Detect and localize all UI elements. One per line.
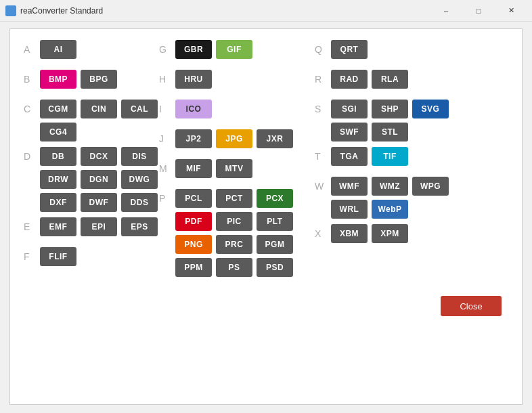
- format-btn-tif[interactable]: TIF: [372, 147, 408, 166]
- window-close-button[interactable]: ✕: [495, 0, 527, 22]
- formats-F: FLIF: [40, 247, 76, 266]
- format-btn-dis[interactable]: DIS: [121, 147, 158, 166]
- format-btn-pgm[interactable]: PGM: [257, 235, 293, 254]
- format-btn-prc[interactable]: PRC: [216, 235, 252, 254]
- format-btn-tga[interactable]: TGA: [331, 147, 368, 166]
- format-btn-mtv[interactable]: MTV: [216, 159, 252, 178]
- section-F: FFLIF: [24, 247, 159, 271]
- minimize-button[interactable]: –: [430, 0, 462, 22]
- formats-J: JP2JPGJXR: [175, 129, 293, 148]
- letter-B: B: [24, 70, 40, 85]
- format-btn-rla[interactable]: RLA: [372, 70, 408, 89]
- format-btn-psd[interactable]: PSD: [257, 258, 293, 277]
- format-btn-pcx[interactable]: PCX: [257, 189, 293, 208]
- letter-Q: Q: [315, 40, 331, 55]
- format-btn-drw[interactable]: DRW: [40, 170, 76, 189]
- format-btn-dds[interactable]: DDS: [121, 193, 158, 212]
- format-btn-shp[interactable]: SHP: [372, 100, 408, 118]
- format-btn-stl[interactable]: STL: [372, 123, 408, 142]
- format-btn-eps[interactable]: EPS: [121, 217, 158, 236]
- format-btn-wmz[interactable]: WMZ: [372, 177, 408, 196]
- section-G: GGBRGIF: [159, 40, 315, 64]
- section-X: XXBMXPM: [315, 224, 457, 248]
- format-btn-emf[interactable]: EMF: [40, 217, 76, 236]
- format-btn-cgm[interactable]: CGM: [40, 100, 76, 118]
- format-btn-pcl[interactable]: PCL: [175, 189, 212, 208]
- section-R: RRADRLA: [315, 70, 457, 94]
- title-bar: reaConverter Standard – □ ✕: [0, 0, 532, 22]
- format-btn-qrt[interactable]: QRT: [331, 40, 368, 59]
- format-btn-wpg[interactable]: WPG: [412, 177, 449, 196]
- format-btn-dwg[interactable]: DWG: [121, 170, 158, 189]
- format-btn-plt[interactable]: PLT: [257, 212, 293, 231]
- letter-D: D: [24, 147, 40, 162]
- formats-P: PCLPCTPCXPDFPICPLTPNGPRCPGMPPMPSPSD: [175, 189, 315, 277]
- format-btn-svg[interactable]: SVG: [412, 100, 449, 118]
- format-btn-bmp[interactable]: BMP: [40, 70, 76, 89]
- format-btn-webp[interactable]: WebP: [372, 200, 408, 219]
- window-controls: – □ ✕: [430, 0, 527, 22]
- format-btn-dwf[interactable]: DWF: [81, 193, 117, 212]
- format-btn-ps[interactable]: PS: [216, 258, 252, 277]
- formats-E: EMFEPIEPS: [40, 217, 158, 236]
- format-btn-dcx[interactable]: DCX: [81, 147, 117, 166]
- letter-R: R: [315, 70, 331, 85]
- format-btn-bpg[interactable]: BPG: [81, 70, 117, 89]
- format-btn-ppm[interactable]: PPM: [175, 258, 212, 277]
- format-btn-png[interactable]: PNG: [175, 235, 212, 254]
- formats-S: SGISHPSVGSWFSTL: [331, 100, 457, 142]
- format-btn-rad[interactable]: RAD: [331, 70, 368, 89]
- letter-F: F: [24, 247, 40, 262]
- section-A: AAI: [24, 40, 159, 64]
- format-btn-sgi[interactable]: SGI: [331, 100, 368, 118]
- format-grid: AAIBBMPBPGCCGMCINCALCG4DDBDCXDISDRWDGNDW…: [24, 40, 508, 282]
- format-btn-dgn[interactable]: DGN: [81, 170, 117, 189]
- format-btn-xpm[interactable]: XPM: [372, 224, 408, 243]
- format-btn-cg4[interactable]: CG4: [40, 123, 76, 142]
- letter-C: C: [24, 100, 40, 114]
- format-btn-flif[interactable]: FLIF: [40, 247, 76, 266]
- format-btn-swf[interactable]: SWF: [331, 123, 368, 142]
- formats-M: MIFMTV: [175, 159, 252, 178]
- maximize-button[interactable]: □: [463, 0, 494, 22]
- column-1: AAIBBMPBPGCCGMCINCALCG4DDBDCXDISDRWDGNDW…: [24, 40, 159, 282]
- formats-I: ICO: [175, 100, 212, 118]
- format-btn-cin[interactable]: CIN: [81, 100, 117, 118]
- format-btn-jxr[interactable]: JXR: [257, 129, 293, 148]
- format-btn-mif[interactable]: MIF: [175, 159, 212, 178]
- format-btn-dxf[interactable]: DXF: [40, 193, 76, 212]
- format-btn-epi[interactable]: EPI: [81, 217, 117, 236]
- formats-X: XBMXPM: [331, 224, 408, 243]
- close-button[interactable]: Close: [441, 296, 502, 316]
- format-btn-wmf[interactable]: WMF: [331, 177, 368, 196]
- section-I: IICO: [159, 100, 315, 124]
- letter-E: E: [24, 217, 40, 232]
- format-btn-pic[interactable]: PIC: [216, 212, 252, 231]
- letter-T: T: [315, 147, 331, 162]
- format-btn-hru[interactable]: HRU: [175, 70, 212, 89]
- format-btn-cal[interactable]: CAL: [121, 100, 158, 118]
- format-btn-gif[interactable]: GIF: [216, 40, 252, 59]
- format-btn-jpg[interactable]: JPG: [216, 129, 252, 148]
- format-btn-db[interactable]: DB: [40, 147, 76, 166]
- section-H: HHRU: [159, 70, 315, 94]
- letter-J: J: [159, 129, 175, 144]
- format-btn-gbr[interactable]: GBR: [175, 40, 212, 59]
- format-btn-xbm[interactable]: XBM: [331, 224, 368, 243]
- format-btn-pdf[interactable]: PDF: [175, 212, 212, 231]
- format-btn-ai[interactable]: AI: [40, 40, 76, 59]
- letter-W: W: [315, 177, 331, 192]
- section-S: SSGISHPSVGSWFSTL: [315, 100, 457, 142]
- letter-I: I: [159, 100, 175, 114]
- letter-A: A: [24, 40, 40, 55]
- formats-R: RADRLA: [331, 70, 408, 89]
- format-btn-ico[interactable]: ICO: [175, 100, 212, 118]
- title-bar-title: reaConverter Standard: [20, 6, 430, 16]
- format-btn-pct[interactable]: PCT: [216, 189, 252, 208]
- section-J: JJP2JPGJXR: [159, 129, 315, 154]
- section-T: TTGATIF: [315, 147, 457, 171]
- format-btn-jp2[interactable]: JP2: [175, 129, 212, 148]
- letter-H: H: [159, 70, 175, 85]
- format-btn-wrl[interactable]: WRL: [331, 200, 368, 219]
- app-icon: [5, 5, 16, 16]
